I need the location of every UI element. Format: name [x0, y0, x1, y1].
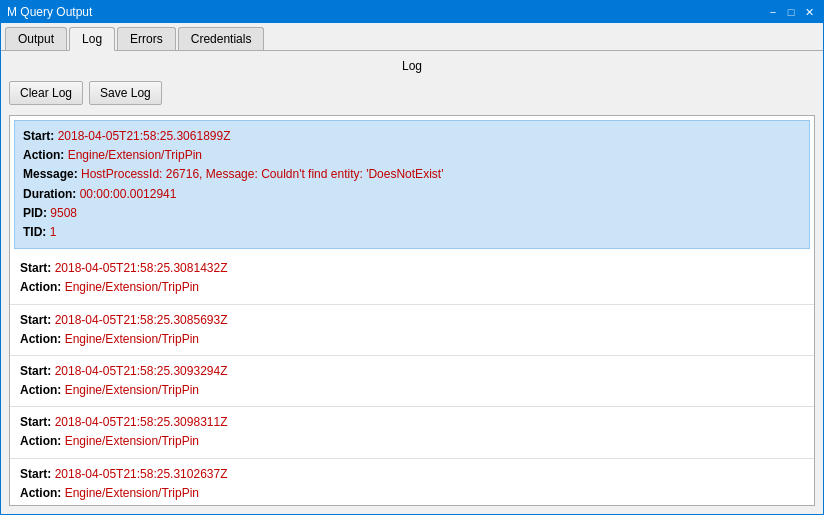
log-field-label: Start:	[20, 364, 55, 378]
tab-log[interactable]: Log	[69, 27, 115, 51]
clear-log-button[interactable]: Clear Log	[9, 81, 83, 105]
log-line: Message: HostProcessId: 26716, Message: …	[23, 165, 801, 184]
log-line: Action: Engine/Extension/TripPin	[20, 484, 804, 503]
log-field-value: 2018-04-05T21:58:25.3093294Z	[55, 364, 228, 378]
log-area[interactable]: Start: 2018-04-05T21:58:25.3061899ZActio…	[9, 115, 815, 506]
content-area: Log Clear Log Save Log Start: 2018-04-05…	[1, 51, 823, 514]
log-line: Start: 2018-04-05T21:58:25.3061899Z	[23, 127, 801, 146]
log-entry[interactable]: Start: 2018-04-05T21:58:25.3081432ZActio…	[10, 253, 814, 304]
window-body: OutputLogErrorsCredentials Log Clear Log…	[1, 23, 823, 514]
log-field-label: Action:	[20, 332, 65, 346]
log-field-value: 2018-04-05T21:58:25.3098311Z	[55, 415, 228, 429]
log-entry[interactable]: Start: 2018-04-05T21:58:25.3102637ZActio…	[10, 459, 814, 506]
toolbar: Clear Log Save Log	[9, 81, 815, 105]
log-field-value: Engine/Extension/TripPin	[65, 486, 199, 500]
minimize-button[interactable]: −	[765, 4, 781, 20]
tab-credentials[interactable]: Credentials	[178, 27, 265, 50]
log-line: Start: 2018-04-05T21:58:25.3098311Z	[20, 413, 804, 432]
log-field-value: Engine/Extension/TripPin	[65, 383, 199, 397]
window-title: M Query Output	[7, 5, 92, 19]
log-field-value: 2018-04-05T21:58:25.3061899Z	[58, 129, 231, 143]
window-controls: − □ ✕	[765, 4, 817, 20]
log-field-label: Action:	[20, 434, 65, 448]
log-line: Start: 2018-04-05T21:58:25.3093294Z	[20, 362, 804, 381]
log-field-label: Start:	[23, 129, 58, 143]
log-field-label: Action:	[20, 383, 65, 397]
log-field-label: Start:	[20, 313, 55, 327]
log-line: Start: 2018-04-05T21:58:25.3081432Z	[20, 259, 804, 278]
log-entry[interactable]: Start: 2018-04-05T21:58:25.3085693ZActio…	[10, 305, 814, 356]
log-field-label: TID:	[23, 225, 50, 239]
log-line: Start: 2018-04-05T21:58:25.3085693Z	[20, 311, 804, 330]
log-line: Action: Engine/Extension/TripPin	[20, 278, 804, 297]
log-field-value: 2018-04-05T21:58:25.3081432Z	[55, 261, 228, 275]
log-line: Action: Engine/Extension/TripPin	[20, 330, 804, 349]
log-field-value: 1	[50, 225, 57, 239]
log-line: Action: Engine/Extension/TripPin	[20, 432, 804, 451]
log-line: Action: Engine/Extension/TripPin	[20, 381, 804, 400]
maximize-button[interactable]: □	[783, 4, 799, 20]
title-bar: M Query Output − □ ✕	[1, 1, 823, 23]
log-field-label: Action:	[23, 148, 68, 162]
log-field-value: Engine/Extension/TripPin	[68, 148, 202, 162]
close-button[interactable]: ✕	[801, 4, 817, 20]
log-field-label: Message:	[23, 167, 81, 181]
save-log-button[interactable]: Save Log	[89, 81, 162, 105]
log-field-label: Action:	[20, 486, 65, 500]
log-field-value: 2018-04-05T21:58:25.3085693Z	[55, 313, 228, 327]
section-title: Log	[9, 59, 815, 73]
log-field-label: Start:	[20, 415, 55, 429]
log-field-value: 9508	[50, 206, 77, 220]
log-field-value: Engine/Extension/TripPin	[65, 280, 199, 294]
log-field-label: Start:	[20, 261, 55, 275]
log-field-label: Action:	[20, 280, 65, 294]
log-entry[interactable]: Start: 2018-04-05T21:58:25.3061899ZActio…	[14, 120, 810, 249]
tab-errors[interactable]: Errors	[117, 27, 176, 50]
log-field-value: Engine/Extension/TripPin	[65, 332, 199, 346]
log-line: TID: 1	[23, 223, 801, 242]
log-field-value: HostProcessId: 26716, Message: Couldn't …	[81, 167, 443, 181]
log-line: Action: Engine/Extension/TripPin	[23, 146, 801, 165]
log-field-label: Duration:	[23, 187, 80, 201]
log-entry[interactable]: Start: 2018-04-05T21:58:25.3093294ZActio…	[10, 356, 814, 407]
tab-bar: OutputLogErrorsCredentials	[1, 23, 823, 51]
log-line: Duration: 00:00:00.0012941	[23, 185, 801, 204]
log-field-value: Engine/Extension/TripPin	[65, 434, 199, 448]
log-field-value: 00:00:00.0012941	[80, 187, 177, 201]
log-entry[interactable]: Start: 2018-04-05T21:58:25.3098311ZActio…	[10, 407, 814, 458]
log-field-label: Start:	[20, 467, 55, 481]
tab-output[interactable]: Output	[5, 27, 67, 50]
log-line: PID: 9508	[23, 204, 801, 223]
log-field-label: PID:	[23, 206, 50, 220]
log-field-value: 2018-04-05T21:58:25.3102637Z	[55, 467, 228, 481]
log-line: Start: 2018-04-05T21:58:25.3102637Z	[20, 465, 804, 484]
main-window: M Query Output − □ ✕ OutputLogErrorsCred…	[0, 0, 824, 515]
